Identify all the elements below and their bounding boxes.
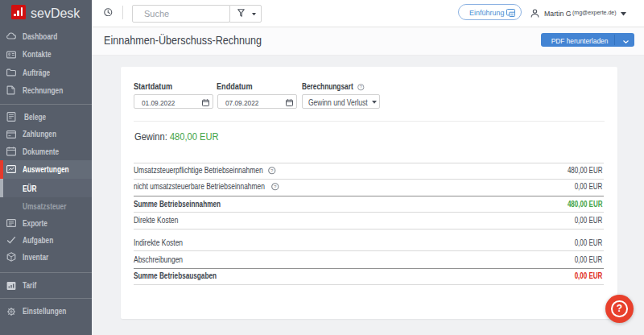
svg-text:?: ?	[360, 85, 362, 89]
